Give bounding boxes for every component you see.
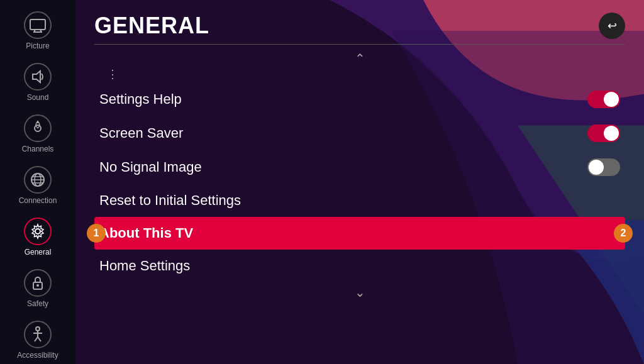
sidebar-label-channels: Channels (22, 145, 54, 153)
settings-help-toggle-knob (604, 92, 619, 107)
svg-point-15 (36, 327, 40, 331)
screen-saver-item[interactable]: Screen Saver (94, 116, 625, 150)
no-signal-image-item[interactable]: No Signal Image (94, 150, 625, 184)
about-tv-label: About This TV (99, 225, 193, 241)
reset-label: Reset to Initial Settings (99, 192, 241, 209)
settings-help-item[interactable]: Settings Help (94, 82, 625, 116)
settings-menu: Settings Help Screen Saver No Signal Ima… (94, 82, 625, 282)
svg-marker-4 (33, 71, 40, 82)
svg-point-12 (35, 229, 40, 234)
sidebar: Picture Sound Channels (0, 0, 75, 364)
sidebar-label-connection: Connection (19, 196, 57, 205)
sidebar-label-sound: Sound (27, 93, 49, 102)
svg-rect-0 (30, 19, 45, 30)
more-options-dots: ⋮ (94, 67, 625, 81)
scroll-down-indicator[interactable]: ⌄ (94, 285, 625, 300)
channels-icon (24, 114, 52, 142)
page-header: GENERAL ↩ (94, 13, 625, 39)
scroll-up-indicator[interactable]: ⌃ (94, 51, 625, 66)
main-panel: GENERAL ↩ ⌃ ⋮ Settings Help Screen Saver… (75, 0, 644, 364)
sidebar-label-picture: Picture (26, 41, 49, 50)
svg-point-14 (36, 284, 39, 287)
about-tv-item[interactable]: 1 About This TV 2 (94, 217, 625, 250)
header-divider (94, 44, 625, 45)
sidebar-item-sound[interactable]: Sound (0, 57, 75, 108)
sidebar-item-safety[interactable]: Safety (0, 263, 75, 314)
sidebar-item-picture[interactable]: Picture (0, 5, 75, 57)
no-signal-image-toggle[interactable] (587, 158, 620, 176)
page-title: GENERAL (94, 13, 209, 39)
connection-icon (24, 166, 52, 194)
settings-help-label: Settings Help (99, 91, 182, 108)
sidebar-item-general[interactable]: General (0, 211, 75, 263)
sidebar-item-accessibility[interactable]: Accessibility (0, 314, 75, 364)
sidebar-label-general: General (25, 248, 52, 256)
screen-saver-label: Screen Saver (99, 125, 183, 141)
svg-line-18 (35, 337, 38, 341)
sidebar-item-channels[interactable]: Channels (0, 108, 75, 160)
reset-item[interactable]: Reset to Initial Settings (94, 184, 625, 217)
no-signal-image-label: No Signal Image (99, 159, 202, 175)
home-settings-label: Home Settings (99, 258, 190, 274)
accessibility-icon (24, 321, 52, 348)
general-icon (24, 218, 52, 245)
screen-saver-toggle-knob (604, 126, 619, 141)
picture-icon (24, 11, 52, 39)
no-signal-image-toggle-knob (589, 160, 604, 175)
home-settings-item[interactable]: Home Settings (94, 250, 625, 282)
sidebar-label-accessibility: Accessibility (17, 351, 58, 360)
sidebar-label-safety: Safety (27, 299, 48, 308)
screen-saver-toggle[interactable] (587, 124, 620, 142)
back-button[interactable]: ↩ (599, 13, 625, 39)
sidebar-item-connection[interactable]: Connection (0, 160, 75, 211)
svg-line-19 (38, 337, 41, 341)
badge-2: 2 (614, 224, 633, 243)
sound-icon (24, 63, 52, 91)
badge-1: 1 (87, 224, 106, 243)
safety-icon (24, 269, 52, 297)
settings-help-toggle[interactable] (587, 91, 620, 108)
back-icon: ↩ (608, 19, 617, 33)
